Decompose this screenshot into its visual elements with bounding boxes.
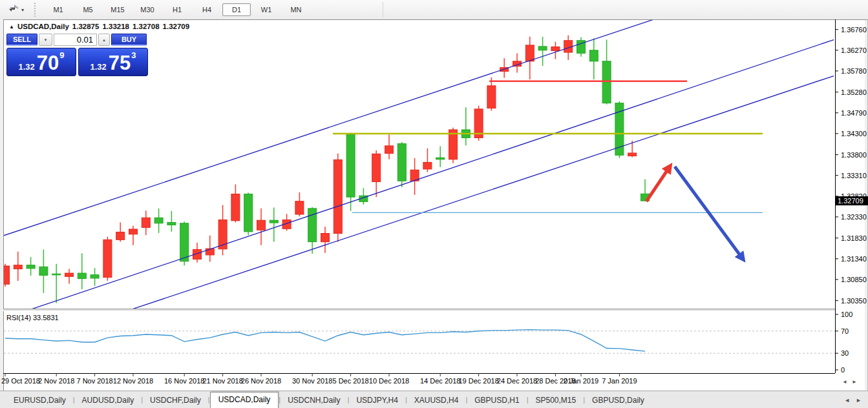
svg-text:30: 30 [841, 349, 849, 357]
svg-text:2 Jan 2019: 2 Jan 2019 [564, 377, 598, 385]
ohlc-close: 1.32709 [163, 23, 190, 30]
buy-price-panel[interactable]: 1.32 75 3 [78, 48, 148, 76]
candle [244, 193, 253, 236]
timeframe-button-h4[interactable]: H4 [193, 3, 221, 16]
candle [103, 237, 112, 281]
sell-price-big: 70 [37, 52, 59, 74]
mt4-window: ▾ M1M5M15M30H1H4D1W1MN 1.367601.362701.3… [0, 0, 868, 408]
chart-shift-arrows-icon [9, 4, 19, 15]
timeframe-button-w1[interactable]: W1 [252, 3, 281, 16]
chart-tab-usdcnh[interactable]: USDCNH,Daily [281, 393, 347, 408]
svg-text:29 Oct 2018: 29 Oct 2018 [1, 377, 40, 385]
timeframe-button-d1[interactable]: D1 [222, 3, 251, 16]
svg-text:1.35780: 1.35780 [841, 67, 867, 75]
svg-text:100: 100 [841, 311, 852, 318]
chart-symbol-label: USDCAD,Daily [17, 23, 69, 30]
svg-text:1.30350: 1.30350 [841, 297, 867, 305]
svg-text:1.33310: 1.33310 [841, 172, 867, 179]
rsi-indicator-label: RSI(14) 33.5831 [6, 314, 59, 321]
chart-tab-bar: EURUSD,Daily|AUDUSD,Daily|USDCHF,Daily|U… [0, 391, 868, 408]
timeframe-button-m15[interactable]: M15 [103, 3, 132, 16]
svg-text:30 Nov 2018: 30 Nov 2018 [292, 377, 332, 385]
current-price-tag: 1.32709 [836, 196, 868, 205]
svg-text:1.31830: 1.31830 [841, 234, 867, 242]
svg-text:1.36270: 1.36270 [841, 46, 867, 54]
candle [1, 264, 10, 287]
timeframe-toolbar: ▾ M1M5M15M30H1H4D1W1MN [0, 0, 868, 19]
svg-text:24 Dec 2018: 24 Dec 2018 [497, 377, 537, 385]
lot-increase-button[interactable]: ▲ [98, 34, 110, 46]
svg-text:10 Dec 2018: 10 Dec 2018 [369, 377, 409, 385]
timeframe-button-m1[interactable]: M1 [44, 3, 72, 16]
svg-text:1.32330: 1.32330 [841, 213, 867, 221]
svg-text:19 Dec 2018: 19 Dec 2018 [458, 377, 498, 385]
ohlc-low: 1.32708 [132, 23, 160, 30]
svg-text:12 Nov 2018: 12 Nov 2018 [113, 377, 153, 385]
lot-decrease-button[interactable]: ▼ [39, 34, 52, 46]
chart-tab-gbpusd[interactable]: GBPUSD,H1 [467, 393, 526, 408]
ohlc-high: 1.33218 [102, 23, 129, 30]
svg-text:◄: ◄ [842, 379, 847, 385]
svg-text:2 Nov 2018: 2 Nov 2018 [38, 377, 74, 385]
chart-tab-usdjpy[interactable]: USDJPY,H4 [349, 393, 405, 408]
toolbar-grip [34, 3, 39, 17]
svg-text:16 Nov 2018: 16 Nov 2018 [164, 377, 204, 385]
timeframe-button-mn[interactable]: MN [282, 3, 310, 16]
chevron-down-icon[interactable]: ▾ [21, 7, 24, 13]
svg-text:0: 0 [841, 366, 845, 374]
svg-text:70: 70 [841, 327, 849, 335]
timeframe-button-h1[interactable]: H1 [163, 3, 191, 16]
buy-price-sup: 3 [131, 50, 136, 60]
svg-text:7 Nov 2018: 7 Nov 2018 [76, 377, 112, 385]
svg-text:1.30850: 1.30850 [841, 276, 867, 283]
chart-tool-button[interactable]: ▾ [5, 3, 28, 17]
chart-tab-eurusd[interactable]: EURUSD,Daily [6, 393, 73, 408]
chart-tab-xauusd[interactable]: XAUUSD,H4 [407, 393, 466, 408]
sell-price-panel[interactable]: 1.32 70 9 [6, 48, 76, 76]
buy-button[interactable]: BUY [111, 34, 147, 46]
one-click-trading-panel: SELL ▼ ▲ BUY 1.32 70 9 1.32 75 3 [6, 34, 149, 76]
sell-price-sup: 9 [59, 50, 64, 60]
chart-title: ▲ USDCAD,Daily 1.32875 1.33218 1.32708 1… [9, 23, 189, 30]
timeframe-button-m5[interactable]: M5 [74, 3, 102, 16]
chart-tab-sp500[interactable]: SP500,M15 [529, 393, 584, 408]
caret-down-icon: ▼ [44, 38, 48, 42]
toolbar-separator [383, 2, 383, 17]
svg-text:1.32709: 1.32709 [838, 197, 863, 205]
svg-text:26 Nov 2018: 26 Nov 2018 [241, 377, 281, 385]
chart-tab-usdcad[interactable]: USDCAD,Daily [210, 392, 279, 408]
buy-price-prefix: 1.32 [90, 62, 106, 72]
chart-tab-usdchf[interactable]: USDCHF,Daily [143, 393, 208, 408]
lot-size-input[interactable] [54, 34, 97, 46]
ohlc-open: 1.32875 [72, 23, 100, 30]
sell-price-prefix: 1.32 [18, 62, 34, 72]
candle [397, 142, 406, 187]
tabs-scroll-right-icon[interactable]: ► [856, 397, 862, 403]
svg-text:21 Nov 2018: 21 Nov 2018 [202, 377, 242, 385]
tabs-scroll-left-icon[interactable]: ◄ [844, 397, 850, 403]
chart-tab-audusd[interactable]: AUDUSD,Daily [75, 393, 142, 408]
candle [474, 106, 483, 141]
buy-price-big: 75 [109, 52, 131, 74]
sell-button[interactable]: SELL [6, 34, 37, 46]
chart-tab-gbpusd[interactable]: GBPUSD,Daily [585, 393, 651, 408]
svg-text:7 Jan 2019: 7 Jan 2019 [602, 377, 637, 385]
svg-text:5 Dec 2018: 5 Dec 2018 [332, 377, 368, 385]
svg-text:14 Dec 2018: 14 Dec 2018 [420, 377, 460, 385]
svg-text:1.35280: 1.35280 [841, 88, 867, 96]
candle [333, 154, 342, 242]
svg-text:1.33800: 1.33800 [841, 151, 867, 159]
collapse-triangle-icon[interactable]: ▲ [9, 24, 14, 30]
candle [615, 101, 624, 158]
svg-text:►: ► [852, 379, 857, 385]
caret-up-icon: ▲ [102, 38, 106, 42]
svg-text:1.36760: 1.36760 [841, 26, 867, 34]
svg-text:1.34300: 1.34300 [841, 130, 867, 138]
timeframe-button-m30[interactable]: M30 [133, 3, 162, 16]
svg-text:1.31340: 1.31340 [841, 255, 867, 263]
svg-text:1.34790: 1.34790 [841, 109, 867, 117]
